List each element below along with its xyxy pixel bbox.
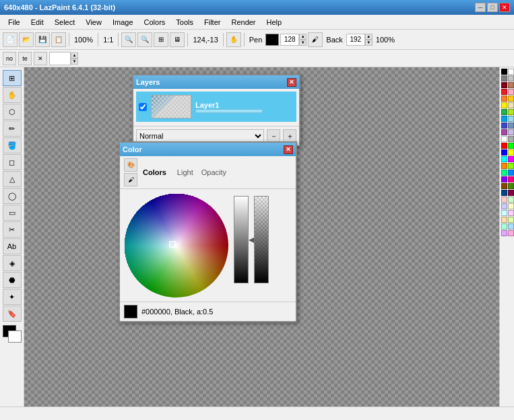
menu-edit[interactable]: Edit	[26, 17, 49, 28]
pen-color-swatch[interactable]	[265, 34, 279, 46]
palette-color[interactable]	[508, 197, 514, 203]
tool-triangle[interactable]: △	[3, 171, 22, 187]
tool-diamond[interactable]: ◈	[3, 255, 22, 271]
pen-size-down[interactable]: ▼	[299, 40, 307, 46]
palette-color[interactable]	[501, 82, 507, 88]
palette-color[interactable]	[508, 129, 514, 135]
color-wheel-container[interactable]	[124, 193, 228, 298]
palette-color[interactable]	[508, 203, 514, 209]
palette-color[interactable]	[501, 156, 507, 162]
color-fg-icon[interactable]: 🎨	[124, 158, 137, 172]
palette-color[interactable]	[508, 69, 514, 75]
palette-color[interactable]	[501, 170, 507, 176]
minimize-button[interactable]: ─	[475, 3, 486, 12]
color-panel-close-button[interactable]: ✕	[284, 145, 293, 154]
secondary-up[interactable]: ▲	[71, 53, 78, 59]
palette-color[interactable]	[508, 223, 514, 230]
zoom-out-button[interactable]: 🔍	[137, 32, 152, 47]
fit-button[interactable]: ⊞	[154, 32, 168, 47]
light-slider[interactable]: ◀	[234, 196, 249, 283]
layers-close-button[interactable]: ✕	[287, 78, 296, 87]
open-button[interactable]: 📂	[19, 32, 34, 47]
tool-fill[interactable]: 🪣	[3, 137, 22, 153]
palette-color[interactable]	[501, 183, 507, 189]
tool-text[interactable]: Ab	[3, 238, 22, 254]
color-tab-opacity[interactable]: Opacity	[201, 168, 226, 176]
tool-stamp[interactable]: ⬣	[3, 272, 22, 288]
palette-color[interactable]	[508, 230, 514, 236]
palette-color[interactable]	[508, 170, 514, 176]
layers-title-bar[interactable]: Layers ✕	[133, 75, 299, 89]
background-color-swatch[interactable]	[8, 330, 22, 343]
back-size-input[interactable]	[346, 34, 365, 46]
palette-color[interactable]	[508, 89, 514, 95]
tool-scissors[interactable]: ✂	[3, 221, 22, 238]
pen-size-up[interactable]: ▲	[299, 34, 307, 40]
window-close-button[interactable]: ✕	[499, 3, 510, 12]
palette-color[interactable]	[508, 163, 514, 169]
layer-item[interactable]: Layer1	[136, 92, 296, 122]
tool-polygon[interactable]: ⬡	[3, 104, 22, 120]
palette-color[interactable]	[501, 89, 507, 95]
layer-visibility-checkbox[interactable]	[139, 103, 147, 111]
menu-file[interactable]: File	[3, 17, 26, 28]
palette-color[interactable]	[501, 217, 507, 223]
palette-color[interactable]	[508, 82, 514, 88]
secondary-down[interactable]: ▼	[71, 59, 78, 65]
palette-color[interactable]	[508, 123, 514, 129]
palette-color[interactable]	[501, 176, 507, 182]
palette-color[interactable]	[501, 116, 507, 122]
palette-color[interactable]	[508, 143, 514, 149]
tool-extra-2[interactable]: te	[18, 52, 32, 65]
back-size-up[interactable]: ▲	[365, 34, 373, 40]
palette-color[interactable]	[508, 102, 514, 108]
menu-help[interactable]: Help	[261, 17, 288, 28]
back-size-down[interactable]: ▼	[365, 40, 373, 46]
menu-tools[interactable]: Tools	[170, 17, 199, 28]
tool-marker[interactable]: 🔖	[3, 306, 22, 322]
tool-select[interactable]: ⊞	[3, 70, 22, 86]
palette-color[interactable]	[508, 136, 514, 142]
palette-color[interactable]	[501, 210, 507, 216]
palette-color[interactable]	[501, 75, 507, 81]
palette-color[interactable]	[508, 96, 514, 102]
color-wheel-svg[interactable]	[124, 193, 228, 298]
palette-color[interactable]	[508, 176, 514, 182]
tool-clear[interactable]: ✕	[34, 52, 47, 65]
color-panel-title-bar[interactable]: Color ✕	[120, 143, 296, 156]
tool-pen[interactable]: ✏	[3, 120, 22, 137]
maximize-button[interactable]: □	[487, 3, 498, 12]
menu-filter[interactable]: Filter	[199, 17, 226, 28]
palette-color[interactable]	[501, 149, 507, 155]
opacity-slider[interactable]: ◀	[254, 196, 269, 283]
color-tab-colors[interactable]: Colors	[143, 168, 166, 176]
palette-color[interactable]	[501, 96, 507, 102]
menu-image[interactable]: Image	[107, 17, 139, 28]
palette-color[interactable]	[508, 149, 514, 155]
menu-render[interactable]: Render	[226, 17, 261, 28]
canvas-area[interactable]: Layers ✕ Layer1 Normal － ＋	[24, 67, 499, 407]
palette-color[interactable]	[501, 197, 507, 203]
tool-star[interactable]: ✦	[3, 289, 22, 305]
palette-color[interactable]	[508, 183, 514, 189]
tool-ellipse[interactable]: ◯	[3, 188, 22, 204]
color-tab-light[interactable]: Light	[177, 168, 193, 176]
palette-color[interactable]	[501, 123, 507, 129]
save-as-button[interactable]: 📋	[51, 32, 66, 47]
tool-rect[interactable]: ▭	[3, 205, 22, 221]
palette-color[interactable]	[501, 136, 507, 142]
color-bg-icon[interactable]: 🖌	[124, 173, 137, 186]
layer-mode-select[interactable]: Normal	[136, 129, 264, 143]
secondary-value-input[interactable]: 255	[49, 52, 71, 65]
palette-color[interactable]	[508, 190, 514, 196]
menu-view[interactable]: View	[80, 17, 107, 28]
palette-color[interactable]	[501, 163, 507, 169]
menu-select[interactable]: Select	[49, 17, 81, 28]
palette-color[interactable]	[508, 116, 514, 122]
pen-mode-button[interactable]: 🖌	[308, 32, 323, 47]
palette-color[interactable]	[508, 156, 514, 162]
pen-size-input[interactable]	[280, 34, 299, 46]
zoom-in-layers[interactable]: ＋	[283, 129, 296, 143]
palette-color[interactable]	[508, 217, 514, 223]
tool-extra-1[interactable]: no	[3, 52, 16, 65]
